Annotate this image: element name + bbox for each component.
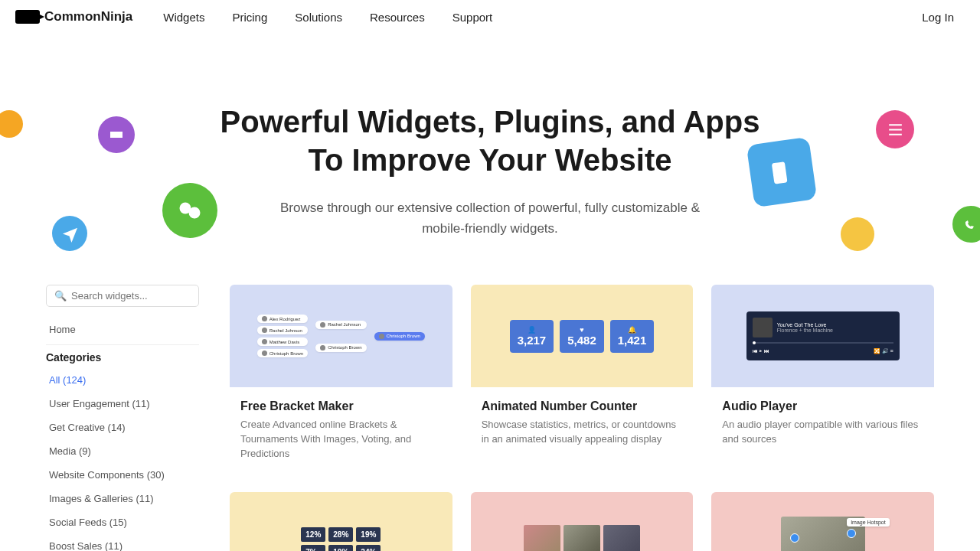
sidebar-item-images[interactable]: Images & Galleries (11) [46, 487, 199, 510]
main: 🔍 Home Categories All (124) User Engagem… [0, 285, 980, 551]
sidebar-item-creative[interactable]: Get Creative (14) [46, 416, 199, 439]
card-title: Animated Number Counter [482, 399, 683, 413]
nav-resources[interactable]: Resources [370, 11, 425, 24]
card-percentage-tiles[interactable]: 12% 28% 19% 7% 10% 24% [230, 492, 452, 551]
card-image: 12% 28% 19% 7% 10% 24% [230, 492, 452, 551]
sidebar-item-all[interactable]: All (124) [46, 368, 199, 392]
card-title: Audio Player [722, 399, 923, 413]
ticket-icon [98, 116, 135, 153]
header: CommonNinja Widgets Pricing Solutions Re… [0, 0, 980, 34]
nav-solutions[interactable]: Solutions [295, 11, 342, 24]
nav-support[interactable]: Support [452, 11, 493, 24]
volume-icon: 🔀 🔊 ≡ [874, 348, 893, 354]
search-icon: 🔍 [54, 290, 67, 302]
photo-thumb [524, 525, 560, 551]
card-image: You've Got The Love Florence + the Machi… [711, 285, 934, 387]
sidebar: 🔍 Home Categories All (124) User Engagem… [46, 285, 199, 551]
card-desc: An audio player compatible with various … [722, 418, 923, 447]
photo-thumb [603, 525, 640, 551]
hotspot-dot-icon [847, 529, 856, 538]
card-image [471, 492, 694, 551]
list-icon [876, 110, 914, 148]
card-bracket-maker[interactable]: Alex Rodriguez Rachel Johnson Matthew Da… [230, 285, 452, 474]
hotspot-dot-icon [790, 533, 799, 543]
hero: Powerful Widgets, Plugins, and Apps To I… [0, 34, 980, 285]
card-title: Free Bracket Maker [240, 399, 442, 413]
card-image: Image Hotspot [711, 492, 934, 551]
send-icon [52, 216, 87, 251]
badge-icon [841, 217, 874, 251]
search-box[interactable]: 🔍 [46, 285, 199, 307]
card-desc: Showcase statistics, metrics, or countdo… [482, 418, 683, 447]
photo-thumb [564, 525, 600, 551]
cards-icon [746, 137, 818, 208]
sidebar-item-components[interactable]: Website Components (30) [46, 463, 199, 487]
sidebar-categories-heading: Categories [46, 351, 199, 364]
sidebar-item-social[interactable]: Social Feeds (15) [46, 510, 199, 534]
audio-artist: Florence + the Machine [777, 328, 833, 333]
play-controls-icon: ⏮ ▶ ⏭ [753, 348, 769, 354]
login-link[interactable]: Log In [922, 11, 954, 24]
card-desc: Create Advanced online Brackets & Tourna… [240, 418, 442, 461]
sidebar-home[interactable]: Home [46, 318, 199, 345]
card-image-hotspot[interactable]: Image Hotspot [711, 492, 934, 551]
card-number-counter[interactable]: 👤3,217 ♥5,482 🔔1,421 Animated Number Cou… [471, 285, 694, 474]
logo-icon [15, 10, 40, 24]
whatsapp-icon [952, 206, 980, 243]
nav-pricing[interactable]: Pricing [232, 11, 267, 24]
svg-point-1 [189, 207, 201, 219]
main-nav: Widgets Pricing Solutions Resources Supp… [163, 11, 922, 24]
card-image: 👤3,217 ♥5,482 🔔1,421 [471, 285, 694, 387]
search-input[interactable] [71, 290, 191, 302]
svg-rect-2 [771, 161, 787, 184]
sidebar-item-sales[interactable]: Boost Sales (11) [46, 534, 199, 551]
brand-name: CommonNinja [44, 9, 132, 24]
hero-subtitle: Browse through our extensive collection … [276, 197, 704, 239]
chat-icon [162, 183, 217, 238]
card-image: Alex Rodriguez Rachel Johnson Matthew Da… [230, 285, 452, 387]
nav-widgets[interactable]: Widgets [163, 11, 204, 24]
card-photo-grid[interactable] [471, 492, 694, 551]
hotspot-label: Image Hotspot [847, 518, 890, 527]
widget-grid: Alex Rodriguez Rachel Johnson Matthew Da… [230, 285, 934, 551]
hero-title: Powerful Widgets, Plugins, and Apps To I… [15, 103, 965, 179]
sidebar-item-engagement[interactable]: User Engagement (11) [46, 392, 199, 416]
sidebar-item-media[interactable]: Media (9) [46, 439, 199, 463]
card-audio-player[interactable]: You've Got The Love Florence + the Machi… [711, 285, 934, 474]
logo[interactable]: CommonNinja [15, 9, 132, 24]
audio-title: You've Got The Love [777, 322, 833, 328]
